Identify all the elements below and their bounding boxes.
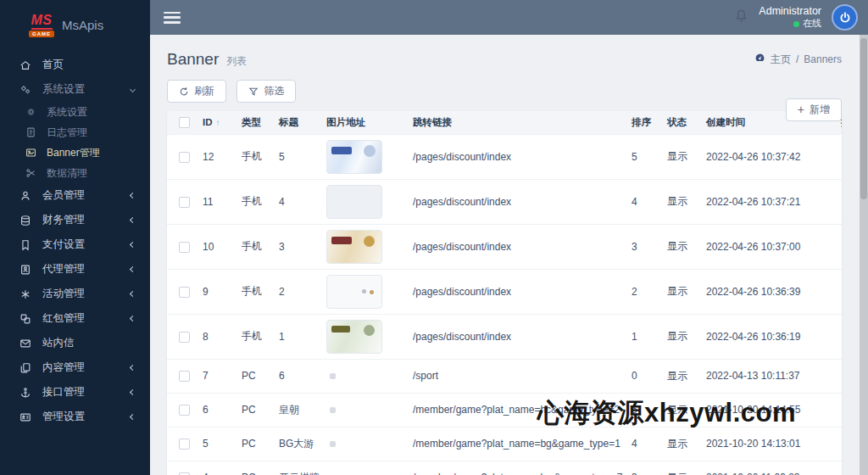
cell-type: PC <box>238 393 275 427</box>
sidebar-item-label: 接口管理 <box>42 385 85 400</box>
cell-link: /pages/discount/index <box>409 179 628 224</box>
vertical-scrollbar[interactable] <box>860 35 868 475</box>
table-row: 10 手机 3 /pages/discount/index 3 显示 2022-… <box>167 224 842 269</box>
cell-type: PC <box>238 461 275 475</box>
cell-status: 显示 <box>664 427 703 461</box>
refresh-button[interactable]: 刷新 <box>167 80 226 103</box>
sidebar-item-banner-management[interactable]: Banner管理 <box>0 142 150 163</box>
cell-type: 手机 <box>238 269 275 314</box>
sidebar-menu: 首页 系统设置 系统设置 日志管理 Banner管理 数据清理 <box>0 53 150 429</box>
chevron-down-icon <box>130 87 136 92</box>
row-checkbox[interactable] <box>179 439 190 450</box>
cell-sort: 4 <box>628 427 664 461</box>
column-header-id[interactable]: ID <box>199 111 238 134</box>
logo-ms-text: MS <box>31 14 53 30</box>
cell-id: 11 <box>199 179 238 224</box>
chevron-left-icon <box>130 291 136 297</box>
sidebar-item-redpacket-management[interactable]: 红包管理 <box>0 306 150 331</box>
app-window: MS GAME MsApis 首页 系统设置 系统设置 日志管理 <box>0 0 868 475</box>
table-row: 4 PC 开元棋牌 /member/game?plat_name=leg&gam… <box>167 461 842 475</box>
add-button[interactable]: 新增 <box>786 98 842 121</box>
row-checkbox[interactable] <box>179 287 190 298</box>
select-all-checkbox[interactable] <box>179 117 190 128</box>
cell-type: 手机 <box>238 224 275 269</box>
bookmark-icon <box>19 238 31 251</box>
row-checkbox[interactable] <box>179 152 190 163</box>
page-title: Banner <box>167 50 219 69</box>
table-header-row: ID 类型 标题 图片地址 跳转链接 排序 状态 创建时间 操作 <box>167 111 842 134</box>
anchor-icon <box>19 386 31 399</box>
sidebar-toggle-icon[interactable] <box>164 12 181 24</box>
breadcrumb: 主页 / Banners <box>754 53 842 67</box>
cell-type: 手机 <box>238 179 275 224</box>
cell-status: 显示 <box>664 461 703 475</box>
add-label: 新增 <box>810 103 830 117</box>
logo-game-text: GAME <box>29 31 54 37</box>
breadcrumb-current: Banners <box>804 53 842 65</box>
home-icon <box>19 59 31 71</box>
row-checkbox[interactable] <box>179 371 190 382</box>
sidebar-item-api-management[interactable]: 接口管理 <box>0 380 150 405</box>
cell-created: 2021-10-20 11:09:23 <box>703 461 830 475</box>
funnel-icon <box>248 87 259 97</box>
notifications-bell-icon[interactable] <box>734 8 748 26</box>
banner-thumbnail <box>326 185 382 219</box>
cell-title: 开元棋牌 <box>275 461 323 475</box>
online-status-label: 在线 <box>803 18 821 30</box>
sidebar-item-label: 数据清理 <box>47 166 87 181</box>
cell-type: 手机 <box>238 314 275 359</box>
row-checkbox[interactable] <box>179 197 190 208</box>
filter-button[interactable]: 筛选 <box>236 80 296 103</box>
cell-title: 3 <box>275 224 323 269</box>
sidebar-item-label: 系统设置 <box>42 82 85 97</box>
cell-id: 7 <box>199 359 238 393</box>
app-logo[interactable]: MS GAME MsApis <box>0 0 150 41</box>
cell-id: 5 <box>199 427 238 461</box>
sidebar-item-content-management[interactable]: 内容管理 <box>0 355 150 380</box>
breadcrumb-home-link[interactable]: 主页 <box>771 53 791 67</box>
sidebar-item-system-settings-group[interactable]: 系统设置 <box>0 77 150 102</box>
scrollbar-thumb[interactable] <box>860 38 867 199</box>
sidebar-item-label: 代理管理 <box>42 262 85 277</box>
table-row: 7 PC 6 /sport 0 显示 2022-04-13 10:11:37 <box>167 359 842 393</box>
cell-sort: 3 <box>628 461 664 475</box>
chevron-left-icon <box>130 316 136 321</box>
sidebar-item-system-settings[interactable]: 系统设置 <box>0 102 150 122</box>
sidebar-item-payment-settings[interactable]: 支付设置 <box>0 232 150 257</box>
broken-image-icon <box>330 407 336 413</box>
broken-image-icon <box>330 373 336 379</box>
table-row: 11 手机 4 /pages/discount/index 4 显示 2022-… <box>167 179 842 224</box>
sidebar-item-log-management[interactable]: 日志管理 <box>0 122 150 142</box>
sidebar-item-label: 会员管理 <box>42 188 85 203</box>
sidebar-item-member-management[interactable]: 会员管理 <box>0 183 150 208</box>
envelope-icon <box>19 337 31 349</box>
row-checkbox[interactable] <box>179 405 190 416</box>
cell-status: 显示 <box>664 134 703 179</box>
database-icon <box>19 214 31 226</box>
user-info[interactable]: Administrator 在线 <box>759 5 821 30</box>
sidebar-item-activity-management[interactable]: 活动管理 <box>0 282 150 306</box>
sidebar-item-site-mail[interactable]: 站内信 <box>0 331 150 355</box>
copy-icon <box>19 361 31 374</box>
app-name: MsApis <box>62 18 103 32</box>
cell-created: 2022-04-26 10:36:19 <box>703 314 830 359</box>
banner-thumbnail <box>326 230 382 264</box>
sidebar-item-agent-management[interactable]: 代理管理 <box>0 257 150 282</box>
cell-link: /sport <box>409 359 628 393</box>
sidebar-item-data-cleanup[interactable]: 数据清理 <box>0 163 150 183</box>
row-checkbox[interactable] <box>179 332 190 343</box>
cell-status: 显示 <box>664 224 703 269</box>
row-checkbox[interactable] <box>179 242 190 253</box>
log-file-icon <box>25 127 36 138</box>
cell-sort: 0 <box>628 359 664 393</box>
sidebar-item-label: 站内信 <box>42 336 75 350</box>
asterisk-icon <box>19 288 31 300</box>
sidebar-item-finance-management[interactable]: 财务管理 <box>0 208 150 232</box>
sidebar-item-admin-settings[interactable]: 管理设置 <box>0 405 150 429</box>
sidebar-item-label: 财务管理 <box>42 213 85 227</box>
column-header-sort: 排序 <box>628 111 664 134</box>
sidebar-item-home[interactable]: 首页 <box>0 53 150 77</box>
cell-link: /pages/discount/index <box>409 134 628 179</box>
cell-link: /member/game?plat_name=leg&game_type=7 <box>409 461 628 475</box>
logout-power-button[interactable] <box>832 4 858 31</box>
